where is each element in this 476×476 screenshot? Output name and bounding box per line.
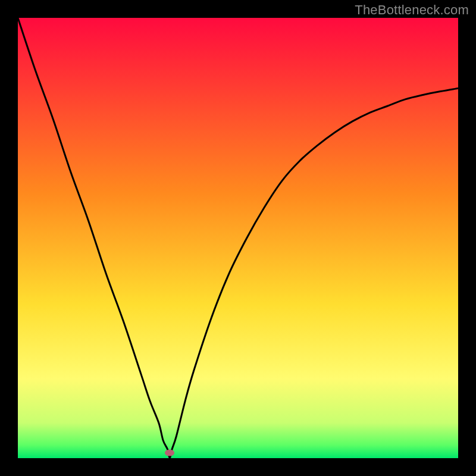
bottleneck-curve [18,18,458,458]
chart-frame: TheBottleneck.com [0,0,476,476]
attribution-watermark: TheBottleneck.com [355,2,469,18]
plot-area [18,18,458,458]
optimum-marker [165,450,174,456]
